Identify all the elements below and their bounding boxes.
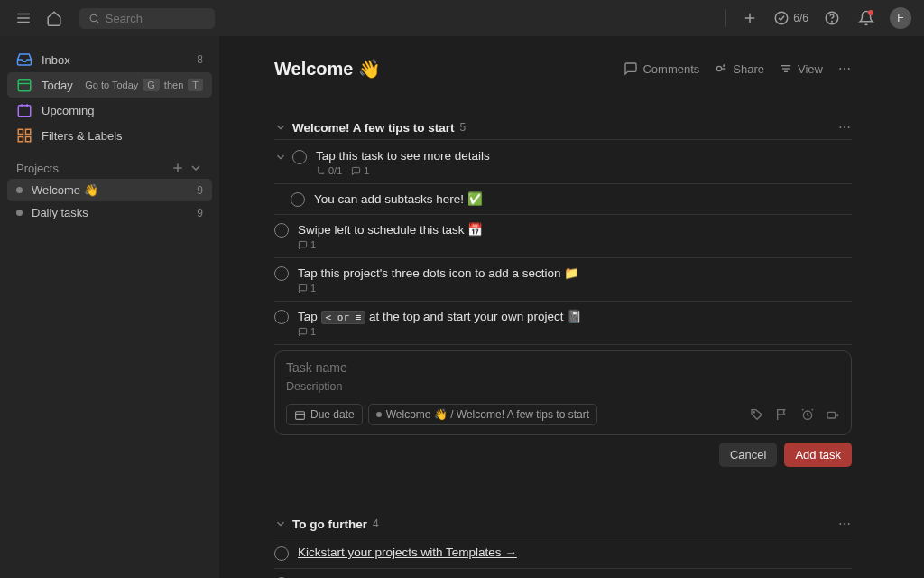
svg-point-33 (323, 172, 324, 173)
nav-upcoming-label: Upcoming (42, 104, 203, 117)
task-name-input[interactable] (286, 360, 840, 375)
collapse-projects-icon[interactable] (189, 161, 203, 175)
topbar: 6/6 F (0, 0, 924, 36)
main: Welcome 👋 Comments Share View (220, 36, 924, 578)
svg-point-7 (776, 12, 789, 24)
add-task-button[interactable]: Add task (784, 443, 852, 467)
menu-icon[interactable] (13, 7, 34, 29)
help-icon[interactable] (821, 7, 843, 29)
comments-button[interactable]: Comments (624, 61, 699, 76)
filters-icon (16, 127, 32, 144)
sidebar: Inbox 8 Today Go to Today G then T Upcom… (0, 36, 220, 578)
svg-point-39 (839, 523, 841, 525)
page-title: Welcome 👋 (274, 58, 381, 79)
svg-line-4 (97, 20, 98, 22)
section-count-2: 4 (373, 517, 379, 530)
svg-rect-38 (827, 412, 836, 418)
project-chip[interactable]: Welcome 👋 / Welcome! A few tips to start (368, 404, 597, 425)
nav-inbox[interactable]: Inbox 8 (7, 47, 212, 72)
svg-rect-18 (26, 137, 31, 142)
comment-count: 1 (351, 165, 369, 176)
svg-point-32 (318, 166, 319, 167)
task-row[interactable]: Tap this project's three dots icon to ad… (274, 258, 852, 302)
topbar-left (13, 7, 215, 29)
notifications-icon[interactable] (855, 7, 877, 29)
divider (725, 9, 726, 27)
section-count-1: 5 (460, 121, 467, 134)
more-icon[interactable] (837, 61, 852, 76)
comment-count: 1 (298, 239, 316, 250)
inbox-icon (16, 51, 32, 68)
nav-filters[interactable]: Filters & Labels (7, 123, 212, 148)
check-circle-icon (773, 10, 790, 26)
reminder-icon[interactable] (800, 407, 815, 422)
task-title: Tap this project's three dots icon to ad… (298, 266, 852, 280)
project-daily-count: 9 (197, 207, 203, 219)
cancel-button[interactable]: Cancel (719, 443, 777, 467)
task-title: Kickstart your projects with Templates → (298, 545, 852, 559)
share-icon (714, 61, 728, 76)
chevron-down-icon[interactable] (274, 151, 287, 163)
task-title: Tap this task to see more details (316, 149, 852, 163)
task-checkbox[interactable] (291, 192, 305, 207)
comment-count: 1 (298, 326, 316, 337)
flag-icon[interactable] (775, 407, 790, 422)
project-welcome[interactable]: Welcome 👋 9 (7, 179, 212, 201)
comment-count: 1 (298, 283, 316, 294)
today-icon (16, 77, 32, 93)
avatar[interactable]: F (890, 7, 911, 29)
productivity-counter[interactable]: 6/6 (773, 10, 808, 26)
task-row[interactable]: Swipe left to schedule this task 📅 1 (274, 215, 852, 258)
task-row[interactable]: Kickstart your projects with Templates → (274, 538, 852, 569)
keyboard-hint: < or ≡ (321, 311, 366, 324)
svg-point-41 (848, 523, 850, 525)
productivity-text: 6/6 (793, 12, 808, 24)
task-checkbox[interactable] (274, 546, 289, 561)
task-row[interactable]: Learn how to use Todoist with the Guide … (274, 569, 852, 578)
svg-point-21 (717, 66, 722, 70)
task-checkbox[interactable] (274, 266, 289, 281)
label-icon[interactable] (750, 407, 764, 422)
due-date-chip[interactable]: Due date (286, 404, 363, 425)
svg-point-36 (753, 412, 754, 413)
add-icon[interactable] (739, 7, 761, 29)
extension-icon[interactable] (826, 407, 840, 422)
svg-rect-15 (18, 129, 23, 134)
section-more-icon[interactable] (837, 120, 852, 135)
task-title: Tap < or ≡ at the top and start your own… (298, 309, 852, 323)
view-icon (779, 61, 793, 76)
topbar-right: 6/6 F (725, 7, 911, 29)
svg-point-30 (844, 126, 845, 128)
task-row[interactable]: Tap < or ≡ at the top and start your own… (274, 302, 852, 345)
task-desc-input[interactable] (286, 380, 840, 393)
share-button[interactable]: Share (714, 61, 764, 76)
nav-filters-label: Filters & Labels (42, 129, 203, 143)
subtask-count: 0/1 (316, 165, 342, 176)
page-actions: Comments Share View (624, 61, 852, 76)
task-checkbox[interactable] (274, 310, 289, 324)
projects-header: Projects (7, 148, 212, 179)
view-button[interactable]: View (779, 61, 823, 76)
search-icon (88, 12, 100, 25)
add-project-icon[interactable] (171, 161, 185, 175)
search-input[interactable] (106, 12, 206, 25)
search-box[interactable] (79, 8, 215, 29)
section-title-1: Welcome! A few tips to start (292, 121, 455, 135)
task-row[interactable]: Tap this task to see more details 0/1 1 (274, 142, 852, 184)
add-task-box: Due date Welcome 👋 / Welcome! A few tips… (274, 350, 852, 435)
task-row[interactable]: You can add subtasks here! ✅ (274, 184, 852, 215)
home-icon[interactable] (43, 7, 65, 29)
project-dot-icon (376, 412, 382, 417)
upcoming-icon (16, 102, 32, 118)
nav-inbox-label: Inbox (42, 53, 197, 67)
chevron-down-icon[interactable] (274, 121, 287, 134)
project-daily[interactable]: Daily tasks 9 (7, 201, 212, 224)
section-more-icon[interactable] (837, 517, 852, 531)
project-daily-label: Daily tasks (32, 206, 197, 219)
nav-upcoming[interactable]: Upcoming (7, 98, 212, 123)
chevron-down-icon[interactable] (274, 517, 287, 530)
svg-rect-12 (18, 106, 31, 117)
nav-today[interactable]: Today Go to Today G then T (7, 72, 212, 98)
task-checkbox[interactable] (274, 223, 289, 238)
task-checkbox[interactable] (292, 150, 307, 164)
